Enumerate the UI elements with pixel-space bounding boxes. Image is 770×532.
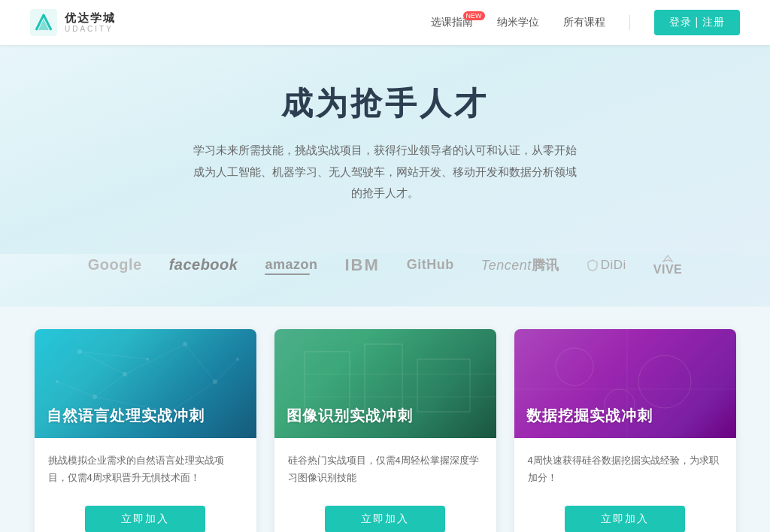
hero-section: 成为抢手人才 学习未来所需技能，挑战实战项目，获得行业领导者的认可和认证，从零开… bbox=[0, 45, 770, 254]
vive-icon bbox=[661, 254, 675, 263]
card-mining-footer: 立即加入 bbox=[514, 494, 736, 532]
card-mining: 数据挖掘实战冲刺 4周快速获得硅谷数据挖掘实战经验，为求职加分！ 立即加入 bbox=[514, 329, 736, 533]
partner-google: Google bbox=[88, 256, 142, 274]
logo[interactable]: 优达学城 UDACITY bbox=[30, 9, 116, 36]
login-button[interactable]: 登录 | 注册 bbox=[654, 10, 740, 35]
card-nlp-title: 自然语言处理实战冲刺 bbox=[47, 406, 205, 426]
partner-ibm: IBM bbox=[344, 255, 379, 275]
svg-line-11 bbox=[95, 374, 125, 397]
cards-section: 自然语言处理实战冲刺 挑战模拟企业需求的自然语言处理实战项目，仅需4周求职晋升无… bbox=[0, 307, 770, 533]
card-nlp-desc: 挑战模拟企业需求的自然语言处理实战项目，仅需4周求职晋升无惧技术面！ bbox=[48, 452, 243, 487]
partner-tencent: Tencent腾讯 bbox=[481, 256, 559, 274]
nav-item-courses[interactable]: 选课指南 NEW bbox=[431, 16, 473, 29]
nav-divider bbox=[629, 15, 630, 30]
svg-rect-20 bbox=[365, 344, 402, 412]
nav-item-nanodegree[interactable]: 纳米学位 bbox=[497, 16, 539, 29]
hero-subtitle: 学习未来所需技能，挑战实战项目，获得行业领导者的认可和认证，从零开始成为人工智能… bbox=[189, 140, 581, 204]
svg-line-10 bbox=[80, 352, 125, 374]
card-vision-footer: 立即加入 bbox=[274, 494, 496, 532]
partner-facebook: facebook bbox=[169, 256, 238, 274]
navbar-nav: 选课指南 NEW 纳米学位 所有课程 登录 | 注册 bbox=[431, 10, 740, 35]
card-mining-join-button[interactable]: 立即加入 bbox=[565, 506, 685, 532]
nav-badge: NEW bbox=[463, 11, 485, 20]
logo-text: 优达学城 UDACITY bbox=[65, 11, 116, 34]
logo-cn: 优达学城 bbox=[65, 11, 116, 25]
card-nlp-body: 挑战模拟企业需求的自然语言处理实战项目，仅需4周求职晋升无惧技术面！ bbox=[35, 438, 256, 494]
svg-line-13 bbox=[185, 344, 215, 382]
nav-item-all-courses[interactable]: 所有课程 bbox=[563, 16, 605, 29]
navbar: 优达学城 UDACITY 选课指南 NEW 纳米学位 所有课程 登录 | 注册 bbox=[0, 0, 770, 45]
card-nlp-join-button[interactable]: 立即加入 bbox=[85, 506, 205, 532]
svg-line-18 bbox=[215, 359, 238, 382]
nav-nanodegree-label: 纳米学位 bbox=[497, 16, 539, 29]
partner-didi: DiDi bbox=[587, 258, 626, 273]
svg-point-24 bbox=[556, 348, 593, 385]
card-vision-image: 图像识别实战冲刺 bbox=[274, 329, 496, 438]
svg-rect-21 bbox=[417, 359, 470, 412]
partner-github: GitHub bbox=[407, 257, 454, 273]
card-mining-desc: 4周快速获得硅谷数据挖掘实战经验，为求职加分！ bbox=[528, 452, 723, 487]
logo-en: UDACITY bbox=[65, 25, 116, 34]
svg-line-12 bbox=[125, 344, 185, 374]
hero-title: 成为抢手人才 bbox=[15, 83, 755, 125]
card-vision-body: 硅谷热门实战项目，仅需4周轻松掌握深度学习图像识别技能 bbox=[274, 438, 496, 494]
svg-rect-19 bbox=[305, 352, 350, 412]
logo-icon bbox=[30, 9, 57, 36]
partner-vive: VIVE bbox=[653, 254, 682, 277]
svg-point-25 bbox=[638, 355, 691, 408]
svg-line-16 bbox=[80, 352, 147, 359]
card-vision-desc: 硅谷热门实战项目，仅需4周轻松掌握深度学习图像识别技能 bbox=[288, 452, 483, 487]
partners-section: Google facebook amazon IBM GitHub Tencen… bbox=[0, 254, 770, 307]
partner-amazon: amazon bbox=[265, 257, 317, 273]
card-nlp: 自然语言处理实战冲刺 挑战模拟企业需求的自然语言处理实战项目，仅需4周求职晋升无… bbox=[35, 329, 256, 533]
nav-all-courses-label: 所有课程 bbox=[563, 16, 605, 29]
card-mining-image: 数据挖掘实战冲刺 bbox=[514, 329, 736, 438]
card-nlp-image: 自然语言处理实战冲刺 bbox=[35, 329, 256, 438]
card-nlp-footer: 立即加入 bbox=[35, 494, 256, 532]
card-mining-title: 数据挖掘实战冲刺 bbox=[526, 406, 653, 426]
svg-line-17 bbox=[57, 382, 95, 397]
didi-shield-icon bbox=[587, 259, 599, 271]
card-vision-title: 图像识别实战冲刺 bbox=[286, 406, 413, 426]
card-vision-join-button[interactable]: 立即加入 bbox=[325, 506, 445, 532]
card-vision: 图像识别实战冲刺 硅谷热门实战项目，仅需4周轻松掌握深度学习图像识别技能 立即加… bbox=[274, 329, 496, 533]
card-mining-body: 4周快速获得硅谷数据挖掘实战经验，为求职加分！ bbox=[514, 438, 736, 494]
